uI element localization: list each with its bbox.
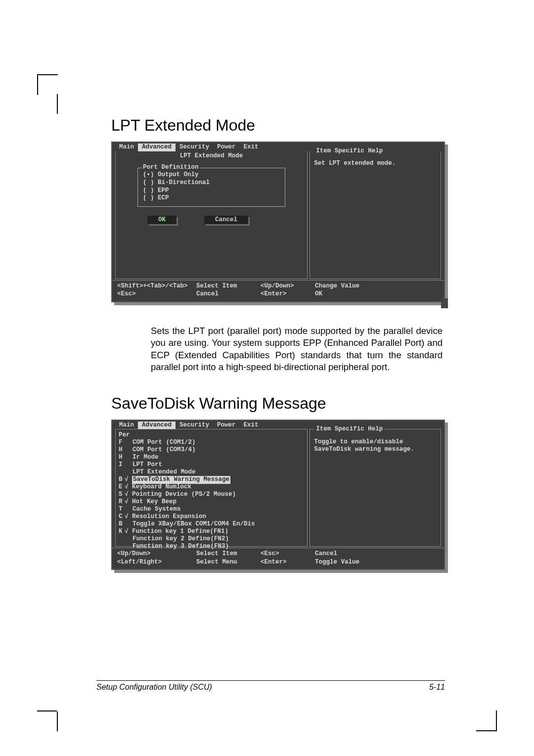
radio-mark: ( ): [143, 194, 154, 201]
bios-menubar: Main Advanced Security Power Exit: [112, 142, 444, 151]
help-title: Item Specific Help: [314, 147, 385, 154]
radio-output-only[interactable]: (•) Output Only: [143, 171, 280, 179]
radio-mark: ( ): [143, 179, 154, 186]
scroll-indicator-icon: [441, 298, 448, 308]
page-content: LPT Extended Mode Main Advanced Security…: [0, 0, 534, 570]
tab-main[interactable]: Main: [115, 422, 138, 429]
menu-item[interactable]: Resolution Expansion: [133, 513, 305, 520]
lpt-dialog: LPT Extended Mode Port Definition (•) Ou…: [115, 151, 308, 279]
menu-item[interactable]: COM Port (COM1/2): [133, 439, 305, 446]
tab-security[interactable]: Security: [176, 143, 213, 151]
tab-main[interactable]: Main: [115, 143, 138, 151]
bios-screenshot-save: Main Advanced Security Power Exit Per F …: [111, 420, 445, 570]
footer-action: Select Item: [196, 550, 261, 558]
footer-key: <Esc>: [117, 290, 196, 298]
menu-item[interactable]: Function key 3 Define(FN3): [133, 543, 305, 550]
footer-action: Change Value: [315, 283, 440, 290]
menu-item[interactable]: Hot Key Beep: [133, 498, 305, 506]
menu-item[interactable]: Ir Mode: [133, 454, 305, 461]
page-footer: Setup Configuration Utility (SCU) 5-11: [96, 680, 445, 692]
ok-button[interactable]: OK: [147, 216, 177, 225]
menu-item[interactable]: LPT Port: [133, 461, 305, 469]
bios-footer: <Shift>+<Tab>/<Tab> Select Item <Up/Down…: [112, 280, 444, 301]
menu-item[interactable]: Function key 1 Define(FN1): [133, 528, 305, 535]
help-title: Item Specific Help: [314, 425, 385, 432]
lpt-dialog-title: LPT Extended Mode: [118, 152, 305, 160]
menu-item[interactable]: Toggle XBay/EBox COM1/COM4 En/Dis: [133, 520, 305, 528]
footer-key: <Enter>: [261, 290, 315, 298]
radio-mark: (•): [143, 171, 154, 178]
heading-lpt: LPT Extended Mode: [111, 116, 445, 135]
footer-key: <Enter>: [261, 559, 315, 567]
menu-item[interactable]: Keyboard Numlock: [133, 483, 305, 491]
menu-item[interactable]: Pointing Device (PS/2 Mouse): [133, 491, 305, 498]
footer-key: <Up/Down>: [117, 550, 196, 558]
crop-mark-bl-h: [37, 710, 57, 711]
radio-bidirectional[interactable]: ( ) Bi-Directional: [143, 179, 280, 187]
radio-epp[interactable]: ( ) EPP: [143, 187, 280, 195]
tab-advanced[interactable]: Advanced: [138, 143, 176, 151]
tab-power[interactable]: Power: [213, 422, 240, 429]
menu-item[interactable]: LPT Extended Mode: [133, 469, 305, 476]
radio-ecp[interactable]: ( ) ECP: [143, 194, 280, 202]
help-pane: Item Specific Help Set LPT extended mode…: [310, 151, 441, 279]
menu-item[interactable]: Cache Systems: [133, 506, 305, 513]
footer-action: Select Menu: [196, 559, 261, 567]
radio-label: EPP: [158, 187, 169, 194]
footer-key: <Left/Right>: [117, 559, 196, 567]
radio-label: Output Only: [158, 171, 199, 178]
advanced-menu-list: COM Port (COM1/2)COM Port (COM3/4)Ir Mod…: [133, 431, 305, 550]
footer-key: <Esc>: [261, 550, 315, 558]
footer-key: <Up/Down>: [261, 283, 315, 290]
footer-action: Cancel: [196, 290, 261, 298]
footer-right: 5-11: [429, 683, 445, 692]
bios-footer: <Up/Down> Select Item <Esc> Cancel <Left…: [112, 548, 444, 569]
crop-mark-br: [476, 710, 497, 731]
footer-action: Toggle Value: [315, 559, 440, 567]
footer-key: <Shift>+<Tab>/<Tab>: [117, 283, 196, 290]
port-definition-box: Port Definition (•) Output Only ( ) Bi-D…: [137, 168, 285, 207]
cancel-button[interactable]: Cancel: [204, 216, 248, 225]
help-text-1: Toggle to enable/disable: [314, 438, 437, 446]
footer-action: Select Item: [196, 283, 261, 290]
help-pane: Item Specific Help Toggle to enable/disa…: [310, 429, 441, 547]
crop-mark-bl-v: [57, 711, 58, 731]
menu-item[interactable]: COM Port (COM3/4): [133, 446, 305, 454]
footer-action: OK: [315, 290, 440, 298]
crop-mark-ml: [57, 94, 58, 114]
menu-item[interactable]: Function key 2 Define(FN2): [133, 535, 305, 543]
help-text-2: SaveToDisk warning message.: [314, 446, 437, 454]
heading-save: SaveToDisk Warning Message: [111, 394, 445, 413]
tab-advanced[interactable]: Advanced: [138, 422, 176, 429]
left-letter-column: Per F H H I B E S R T C B K: [119, 431, 130, 535]
tab-exit[interactable]: Exit: [240, 143, 263, 151]
tab-power[interactable]: Power: [213, 143, 240, 151]
bios-screenshot-lpt: Main Advanced Security Power Exit LPT Ex…: [111, 142, 445, 302]
footer-action: Cancel: [315, 550, 440, 558]
radio-label: Bi-Directional: [158, 179, 210, 186]
advanced-menu-pane: Per F H H I B E S R T C B K COM Port (CO…: [115, 429, 308, 547]
help-text: Set LPT extended mode.: [314, 160, 437, 168]
port-legend: Port Definition: [142, 164, 200, 172]
lpt-description: Sets the LPT port (parallel port) mode s…: [151, 325, 443, 374]
crop-mark-tl: [37, 74, 58, 95]
menu-item[interactable]: SaveToDisk Warning Message: [133, 476, 305, 483]
footer-left: Setup Configuration Utility (SCU): [96, 683, 212, 692]
radio-label: ECP: [158, 194, 169, 201]
bios-menubar: Main Advanced Security Power Exit: [112, 421, 444, 429]
tab-security[interactable]: Security: [176, 422, 213, 429]
radio-mark: ( ): [143, 187, 154, 194]
tab-exit[interactable]: Exit: [240, 422, 263, 429]
